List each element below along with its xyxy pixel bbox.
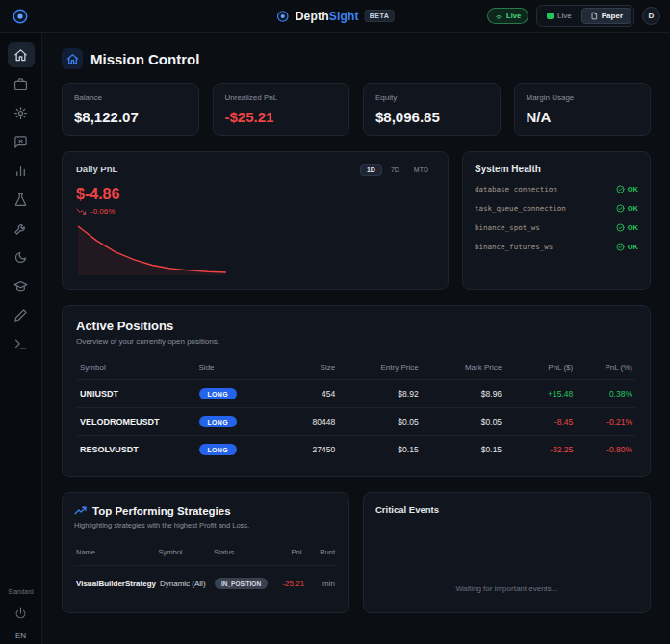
stat-card-balance: Balance $8,122.07 [62, 83, 199, 136]
sidebar-item-terminal[interactable] [8, 331, 35, 356]
health-row: binance_spot_ws OK [475, 223, 638, 232]
health-row: task_queue_connection OK [475, 204, 638, 213]
position-pnl-pct: 0.38% [573, 389, 632, 399]
top-strategies-card: Top Performing Strategies Highlighting s… [62, 492, 349, 613]
app-title: DepthSight [296, 10, 359, 23]
pencil-icon [13, 308, 28, 322]
table-row[interactable]: UNIUSDT LONG 454 $8.92 $8.96 +15.48 0.38… [76, 379, 636, 407]
brand: DepthSight BETA [276, 10, 395, 23]
stats-row: Balance $8,122.07 Unrealized PnL -$25.21… [62, 83, 651, 136]
daily-pnl-change: -0.06% [76, 207, 434, 216]
chat-icon [13, 135, 28, 149]
stat-value: N/A [527, 109, 639, 125]
position-size: 454 [278, 389, 335, 399]
position-size: 80448 [278, 417, 335, 426]
power-button[interactable] [8, 601, 35, 626]
plan-label: Standard [8, 588, 33, 595]
sidebar-item-editor[interactable] [8, 302, 35, 327]
tab-1d[interactable]: 1D [360, 164, 382, 176]
strategy-runtime: min [308, 580, 335, 588]
topbar: DepthSight BETA Live Live Paper D [0, 0, 670, 33]
position-mark: $0.15 [419, 445, 502, 454]
mode-live-button[interactable]: Live [539, 9, 580, 23]
health-row: binance_futures_ws OK [475, 243, 638, 251]
strategy-symbol: Dynamic (All) [160, 580, 211, 588]
user-avatar[interactable]: D [642, 7, 660, 25]
gear-icon [13, 106, 28, 120]
mode-toggle: Live Paper [536, 5, 634, 27]
position-mark: $0.05 [419, 417, 502, 426]
sidebar-item-tools[interactable] [8, 216, 35, 241]
sidebar-item-theme[interactable] [8, 245, 35, 270]
stat-value: -$25.21 [225, 109, 338, 125]
side-badge: LONG [199, 444, 237, 455]
app-logo-icon[interactable] [10, 6, 31, 27]
graduation-cap-icon [13, 279, 28, 294]
brand-logo-icon [276, 10, 290, 23]
sidebar-item-academy[interactable] [8, 273, 35, 298]
beta-badge: BETA [365, 10, 395, 22]
system-health-title: System Health [475, 164, 638, 174]
mode-paper-button[interactable]: Paper [581, 8, 631, 24]
bar-chart-icon [13, 164, 28, 178]
table-row[interactable]: VELODROMEUSDT LONG 80448 $0.05 $0.05 -8.… [76, 407, 636, 435]
stat-label: Margin Usage [527, 93, 639, 102]
sidebar-item-analytics[interactable] [8, 158, 35, 183]
status-badge: IN_POSITION [215, 578, 268, 589]
sidebar-item-signals[interactable] [8, 129, 35, 154]
power-icon [14, 607, 27, 620]
tab-mtd[interactable]: MTD [408, 165, 434, 175]
positions-subtitle: Overview of your currently open position… [76, 337, 636, 346]
position-pnl: +15.48 [502, 389, 573, 399]
position-symbol: UNIUSDT [80, 389, 199, 399]
position-pnl: -8.45 [502, 417, 573, 426]
critical-events-card: Critical Events Waiting for important ev… [363, 492, 651, 613]
position-mark: $8.96 [419, 389, 502, 399]
sidebar-item-home[interactable] [8, 42, 35, 67]
table-row[interactable]: VisualBuilderStrategy Dynamic (All) IN_P… [74, 565, 337, 601]
wrench-icon [13, 221, 28, 236]
position-pnl-pct: -0.80% [573, 445, 632, 454]
position-pnl: -32.25 [502, 445, 573, 454]
health-status: OK [628, 243, 638, 251]
strategy-pnl: -25.21 [274, 580, 304, 588]
active-positions-card: Active Positions Overview of your curren… [62, 305, 651, 477]
position-pnl-pct: -0.21% [573, 417, 632, 426]
home-icon [13, 48, 28, 63]
position-size: 27450 [278, 445, 335, 454]
daily-pnl-value: $-4.86 [76, 186, 434, 203]
terminal-icon [13, 337, 28, 351]
stat-card-margin-usage: Margin Usage N/A [514, 83, 652, 136]
stat-value: $8,096.85 [375, 109, 488, 125]
side-badge: LONG [199, 416, 237, 427]
sidebar: Standard EN [0, 33, 42, 644]
daily-pnl-title: Daily PnL [76, 164, 117, 174]
strategies-title: Top Performing Strategies [92, 505, 231, 517]
stat-value: $8,122.07 [74, 109, 187, 125]
page-title: Mission Control [90, 51, 199, 67]
table-row[interactable]: RESOLVUSDT LONG 27450 $0.15 $0.15 -32.25… [76, 435, 636, 463]
paper-file-icon [590, 12, 598, 20]
health-status: OK [628, 223, 638, 232]
health-status: OK [628, 204, 638, 213]
moon-icon [13, 250, 28, 265]
position-entry: $0.15 [335, 445, 418, 454]
check-circle-icon [616, 185, 625, 193]
sidebar-item-settings[interactable] [8, 100, 35, 125]
stat-card-equity: Equity $8,096.85 [363, 83, 501, 136]
language-label[interactable]: EN [15, 631, 26, 640]
live-mode-icon [547, 13, 554, 19]
check-circle-icon [616, 223, 625, 232]
daily-pnl-sparkline [76, 223, 230, 277]
main-content: Mission Control Balance $8,122.07 Unreal… [42, 33, 670, 644]
sidebar-item-lab[interactable] [8, 187, 35, 212]
flask-icon [13, 193, 28, 207]
side-badge: LONG [199, 388, 237, 399]
critical-events-empty: Waiting for important events... [375, 584, 638, 593]
strategies-subtitle: Highlighting strategies with the highest… [74, 521, 337, 529]
system-health-card: System Health database_connection OK tas… [462, 151, 651, 290]
position-entry: $0.05 [335, 417, 418, 426]
tab-7d[interactable]: 7D [385, 165, 405, 175]
stat-card-unrealized-pnl: Unrealized PnL -$25.21 [213, 83, 350, 136]
sidebar-item-portfolio[interactable] [8, 71, 35, 96]
